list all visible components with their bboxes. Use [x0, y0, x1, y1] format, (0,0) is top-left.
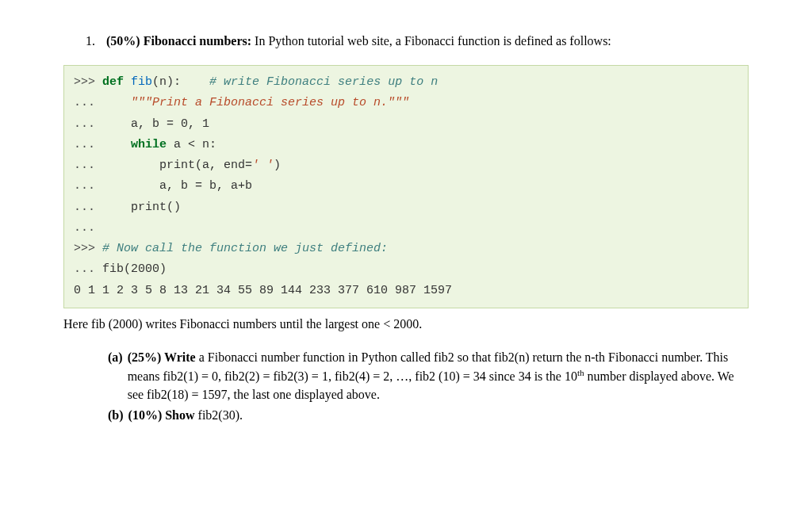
prompt: ...: [74, 138, 102, 151]
part-a-verb: Write: [164, 350, 196, 364]
mid-explanation: Here fib (2000) writes Fibonacci numbers…: [63, 315, 749, 334]
while-cond: a < n:: [167, 138, 216, 151]
question-intro-text: In Python tutorial web site, a Fibonacci…: [255, 34, 611, 48]
part-b-weight: (10%): [128, 408, 163, 422]
part-a-label: (a): [108, 348, 123, 404]
part-b-verb: Show: [165, 408, 194, 422]
func-call: fib(2000): [102, 262, 167, 276]
prompt: ...: [74, 159, 102, 172]
prompt: >>>: [74, 75, 102, 89]
paren: ): [274, 159, 281, 172]
part-b: (b) (10%) Show fib2(30).: [108, 406, 749, 424]
label-a: (a): [108, 350, 123, 364]
question-title: Fibonacci numbers:: [144, 34, 251, 48]
code-output: 0 1 1 2 3 5 8 13 21 34 55 89 144 233 377…: [74, 284, 452, 297]
question-weight: (50%): [106, 34, 140, 48]
part-b-label: (b): [108, 406, 124, 424]
code-block: >>> def fib(n): # write Fibonacci series…: [63, 65, 749, 308]
part-a: (a) (25%) Write a Fibonacci number funct…: [108, 348, 749, 404]
label-b: (b): [108, 408, 124, 422]
nums: 0, 1: [174, 117, 209, 131]
part-a-weight: (25%): [128, 350, 162, 364]
superscript-th: th: [577, 368, 584, 377]
prompt: >>>: [74, 242, 102, 255]
keyword-while: while: [131, 138, 167, 151]
comment: # write Fibonacci series up to n: [209, 75, 438, 89]
comment: # Now call the function we just defined:: [102, 242, 388, 255]
code-line: a, b = b, a+b: [159, 179, 252, 193]
prompt: ...: [74, 201, 102, 214]
question-header: 1. (50%) Fibonacci numbers: In Python tu…: [63, 32, 749, 51]
question-number: 1.: [86, 32, 95, 51]
sub-questions: (a) (25%) Write a Fibonacci number funct…: [63, 348, 749, 424]
sig: (n):: [152, 75, 181, 89]
prompt: ...: [74, 117, 102, 131]
op: =: [167, 117, 174, 131]
print-call: print: [131, 201, 167, 214]
string-lit: ' ': [252, 159, 274, 172]
prompt: ...: [74, 179, 102, 193]
docstring: """Print a Fibonacci series up to n.""": [131, 96, 409, 109]
prompt: ...: [74, 221, 102, 235]
prompt: ...: [74, 96, 102, 109]
question-intro: (50%) Fibonacci numbers: In Python tutor…: [106, 32, 749, 51]
code-line: a, b: [131, 117, 167, 131]
func-name: fib: [131, 75, 152, 89]
part-b-text: fib2(30).: [195, 408, 243, 422]
keyword-def: def: [102, 75, 124, 89]
prompt: ...: [74, 262, 102, 276]
part-a-body: (25%) Write a Fibonacci number function …: [128, 348, 749, 404]
paren: (): [167, 201, 181, 214]
print-args: (a, end=: [195, 159, 252, 172]
print-call: print: [159, 159, 195, 172]
part-b-body: (10%) Show fib2(30).: [128, 406, 749, 424]
